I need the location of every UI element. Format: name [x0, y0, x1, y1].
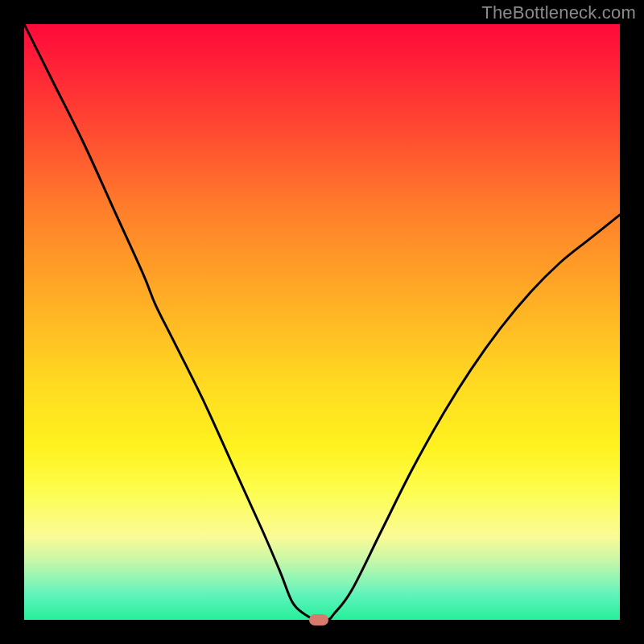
chart-stage: TheBottleneck.com: [0, 0, 644, 644]
chart-plot-area: [24, 24, 620, 620]
watermark-text: TheBottleneck.com: [481, 3, 636, 23]
bottleneck-marker: [309, 614, 328, 625]
chart-line-svg: [24, 24, 620, 620]
bottleneck-curve-path: [24, 24, 620, 620]
